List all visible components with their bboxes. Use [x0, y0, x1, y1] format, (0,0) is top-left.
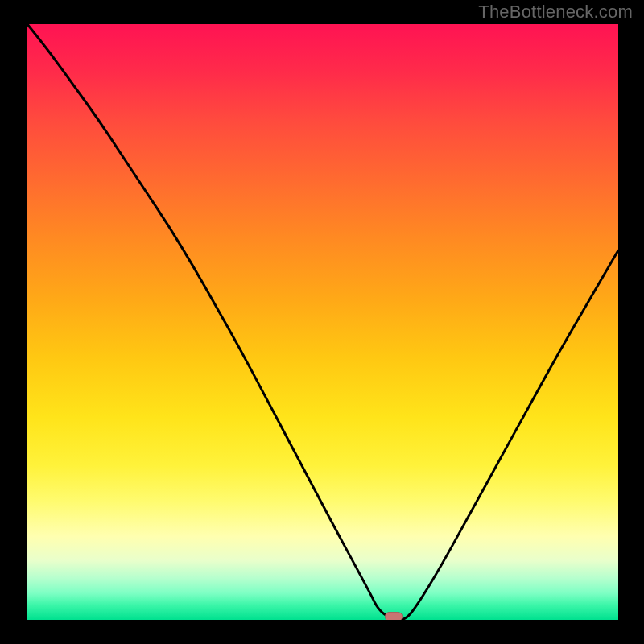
- curve-svg: [27, 24, 618, 620]
- chart-container: TheBottleneck.com: [0, 0, 644, 644]
- watermark-text: TheBottleneck.com: [478, 2, 633, 23]
- bottleneck-curve: [27, 24, 618, 620]
- min-marker: [385, 612, 402, 620]
- plot-area: [27, 24, 618, 620]
